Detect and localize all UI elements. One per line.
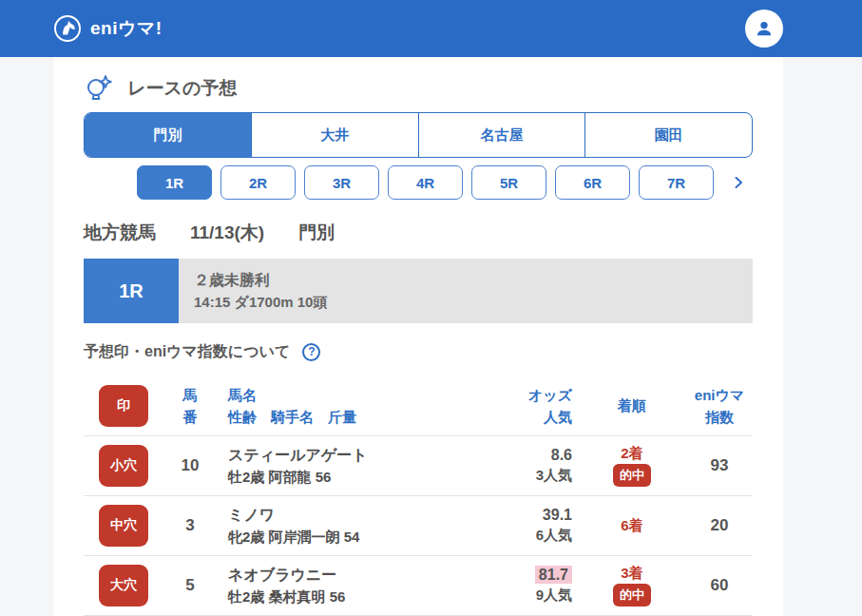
race-info: ２歳未勝利 14:15 ダ1700m 10頭 [179,259,753,323]
app-logo[interactable]: eniウマ! [53,14,163,43]
col-header-index: eniウマ 指数 [686,384,753,429]
race-date: 11/13(木) [190,221,264,245]
horse-name: スティールアゲート [228,446,456,466]
main-content-card: レースの予想 門別 大井 名古屋 園田 1R 2R 3R 4R 5R 6R 7R… [53,57,783,616]
race-details: 14:15 ダ1700m 10頭 [194,294,753,312]
mark-header-badge: 印 [99,385,148,427]
odds-cell: 81.7 9人気 [456,567,578,605]
popularity: 6人気 [456,527,572,545]
race-number-badge: 1R [84,259,179,323]
mark-badge: 小穴 [99,445,148,487]
venue-tab-sonoda[interactable]: 園田 [584,113,752,157]
section-heading: レースの予想 [84,57,753,105]
odds-cell: 39.1 6人気 [456,507,578,545]
table-row: 中穴 3 ミノワ 牝2歳 阿岸潤一朗 54 39.1 6人気 6着 20 [84,496,753,556]
horse-cell: ミノワ 牝2歳 阿岸潤一朗 54 [217,506,456,547]
horse-name: ミノワ [228,506,456,526]
col-header-result: 着順 [578,395,686,416]
odds-value: 39.1 [543,507,572,523]
chevron-right-icon [731,175,746,190]
popularity: 3人気 [456,467,572,485]
result-cell: 2着 的中 [578,445,686,487]
help-icon[interactable]: ? [302,343,320,361]
race-meta: 地方競馬 11/13(木) 門別 [84,221,753,245]
race-name: ２歳未勝利 [194,271,753,291]
horse-detail: 牡2歳 阿部龍 56 [228,469,456,487]
eniuma-index: 93 [686,456,753,475]
odds-cell: 8.6 3人気 [456,447,578,485]
mark-badge: 大穴 [99,565,148,606]
app-header: eniウマ! [0,0,862,57]
horse-name: ネオブラウニー [228,566,456,586]
venue-tab-monbetsu[interactable]: 門別 [85,113,251,157]
venue-tab-bar: 門別 大井 名古屋 園田 [84,112,753,158]
race-category: 地方競馬 [84,221,156,245]
person-icon [754,18,775,39]
crystal-ball-icon [84,73,114,104]
col-header-name: 馬名 性齢 騎手名 斤量 [217,384,456,429]
horse-detail: 牡2歳 桑村真明 56 [228,588,456,606]
eniuma-index: 60 [686,576,753,595]
about-row: 予想印・eniウマ指数について ? [84,341,753,362]
odds-value-highlighted: 81.7 [535,566,572,584]
hit-badge: 的中 [613,584,651,606]
result-cell: 6着 [578,517,686,534]
venue-tab-nagoya[interactable]: 名古屋 [418,113,585,157]
table-row: 小穴 10 スティールアゲート 牡2歳 阿部龍 56 8.6 3人気 2着 的中… [84,436,753,496]
odds-value: 8.6 [551,447,572,463]
race-tab-7r[interactable]: 7R [639,165,714,200]
horse-number: 5 [163,576,217,595]
race-tab-3r[interactable]: 3R [304,165,379,200]
horse-cell: スティールアゲート 牡2歳 阿部龍 56 [217,446,456,487]
prediction-table: 印 馬 番 馬名 性齢 騎手名 斤量 オッズ 人気 着順 eniウマ 指数 小穴… [84,376,753,616]
about-label: 予想印・eniウマ指数について [84,342,290,362]
race-tab-1r[interactable]: 1R [137,165,212,200]
race-tab-6r[interactable]: 6R [555,165,630,200]
hit-badge: 的中 [613,464,651,487]
logo-text: eniウマ! [90,16,163,41]
result-cell: 3着 的中 [578,565,686,606]
horse-logo-icon [53,14,82,43]
horse-detail: 牝2歳 阿岸潤一朗 54 [228,529,456,547]
horse-number: 10 [163,456,217,475]
result-rank: 3着 [578,565,686,582]
eniuma-index: 20 [686,516,753,535]
venue-tab-oi[interactable]: 大井 [251,113,418,157]
table-header-row: 印 馬 番 馬名 性齢 騎手名 斤量 オッズ 人気 着順 eniウマ 指数 [84,376,753,436]
popularity: 9人気 [456,587,572,605]
col-header-odds: オッズ 人気 [456,384,578,429]
table-row: 大穴 5 ネオブラウニー 牡2歳 桑村真明 56 81.7 9人気 3着 的中 … [84,556,753,616]
horse-number: 3 [163,516,217,535]
result-rank: 2着 [578,445,686,462]
race-tab-2r[interactable]: 2R [220,165,296,200]
race-banner: 1R ２歳未勝利 14:15 ダ1700m 10頭 [84,259,753,323]
horse-cell: ネオブラウニー 牡2歳 桑村真明 56 [217,566,456,606]
col-header-horse-no: 馬 番 [163,384,217,429]
race-tab-5r[interactable]: 5R [471,165,546,200]
user-avatar-button[interactable] [745,10,783,48]
race-tabs-next-button[interactable] [731,175,746,190]
race-venue: 門別 [298,221,335,245]
page-title: レースの予想 [127,76,237,101]
race-tab-bar: 1R 2R 3R 4R 5R 6R 7R [137,165,753,200]
result-rank: 6着 [578,517,686,534]
mark-badge: 中穴 [99,505,148,547]
race-tab-4r[interactable]: 4R [388,165,463,200]
